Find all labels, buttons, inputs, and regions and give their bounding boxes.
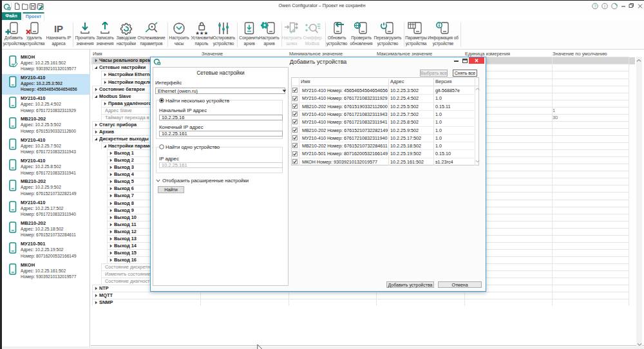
svg-text:i: i xyxy=(604,4,605,8)
svg-text:?: ? xyxy=(594,4,596,8)
svg-text:★★★: ★★★ xyxy=(195,30,208,35)
svg-text:IP: IP xyxy=(54,23,63,34)
